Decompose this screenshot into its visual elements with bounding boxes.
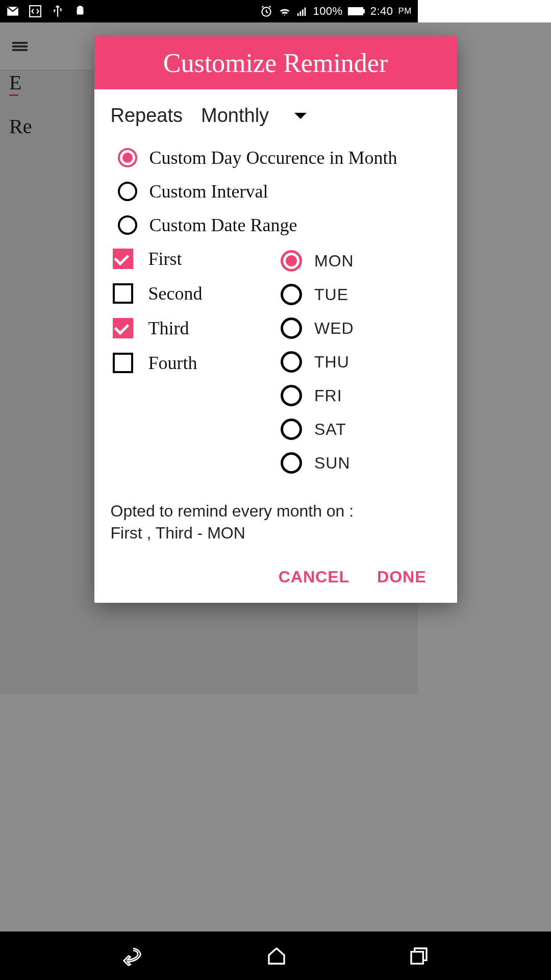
chevron-down-icon [294, 113, 307, 119]
radio-label: Custom Interval [149, 181, 268, 202]
customize-reminder-dialog: Customize Reminder Repeats Monthly Custo… [94, 36, 418, 603]
checkbox-icon [113, 249, 133, 269]
day-label: FRI [314, 386, 342, 405]
svg-rect-7 [302, 9, 304, 16]
svg-rect-9 [348, 7, 363, 15]
clock-ampm: PM [398, 6, 412, 16]
svg-rect-8 [305, 8, 306, 16]
repeats-value: Monthly [201, 105, 269, 127]
radio-icon [118, 215, 137, 235]
clock-time: 2:40 [370, 5, 393, 18]
summary-text: Opted to remind every month on : First ,… [111, 500, 418, 544]
day-label: THU [314, 353, 349, 372]
checkbox-label: Second [148, 283, 203, 304]
status-bar: 100% 2:40 PM [0, 0, 418, 22]
radio-day-sat[interactable]: SAT [281, 419, 418, 440]
day-label: WED [314, 319, 354, 338]
cancel-button[interactable]: CANCEL [279, 568, 349, 586]
radio-icon [281, 452, 302, 474]
radio-icon [281, 284, 302, 305]
checkbox-label: First [148, 248, 182, 270]
alarm-icon [260, 5, 273, 18]
gmail-icon [6, 5, 19, 18]
radio-label: Custom Date Range [149, 214, 297, 236]
repeats-label: Repeats [111, 105, 183, 127]
checkbox-label: Fourth [148, 352, 197, 374]
checkbox-label: Third [148, 317, 189, 339]
radio-custom-interval[interactable]: Custom Interval [111, 181, 418, 202]
radio-day-tue[interactable]: TUE [281, 284, 418, 305]
battery-text: 100% [313, 5, 342, 18]
battery-icon [348, 5, 365, 18]
svg-rect-5 [297, 13, 299, 16]
checkbox-first[interactable]: First [111, 248, 271, 270]
done-button[interactable]: DONE [377, 568, 418, 586]
signal-icon [296, 5, 308, 18]
radio-icon [118, 148, 137, 167]
svg-rect-6 [300, 11, 302, 16]
checkbox-third[interactable]: Third [111, 317, 271, 339]
radio-icon [281, 317, 302, 339]
radio-day-thu[interactable]: THU [281, 351, 418, 373]
day-label: MON [314, 252, 354, 271]
radio-custom-day-occurrence[interactable]: Custom Day Occurence in Month [111, 147, 418, 168]
checkbox-fourth[interactable]: Fourth [111, 352, 271, 374]
day-label: SAT [314, 420, 346, 439]
android-debug-icon [73, 5, 87, 18]
dialog-title: Customize Reminder [94, 36, 418, 89]
checkbox-icon [113, 353, 133, 373]
radio-icon [281, 351, 302, 373]
wifi-icon [278, 5, 291, 18]
radio-day-sun[interactable]: SUN [281, 452, 418, 474]
radio-day-mon[interactable]: MON [281, 250, 418, 272]
radio-icon [281, 385, 302, 406]
day-label: TUE [314, 285, 348, 304]
svg-rect-1 [77, 9, 84, 15]
checkbox-second[interactable]: Second [111, 283, 271, 304]
radio-custom-date-range[interactable]: Custom Date Range [111, 214, 418, 236]
usb-icon [51, 5, 64, 18]
checkbox-icon [113, 283, 133, 304]
repeats-dropdown[interactable]: Monthly [201, 105, 307, 127]
checkbox-icon [113, 318, 133, 338]
code-icon [29, 5, 42, 18]
radio-icon [118, 182, 137, 201]
radio-day-fri[interactable]: FRI [281, 385, 418, 406]
radio-day-wed[interactable]: WED [281, 317, 418, 339]
radio-icon [281, 250, 302, 272]
day-label: SUN [314, 454, 350, 473]
radio-label: Custom Day Occurence in Month [149, 147, 397, 168]
dialog-overlay: Customize Reminder Repeats Monthly Custo… [0, 22, 418, 743]
svg-rect-10 [363, 9, 365, 13]
radio-icon [281, 419, 302, 440]
